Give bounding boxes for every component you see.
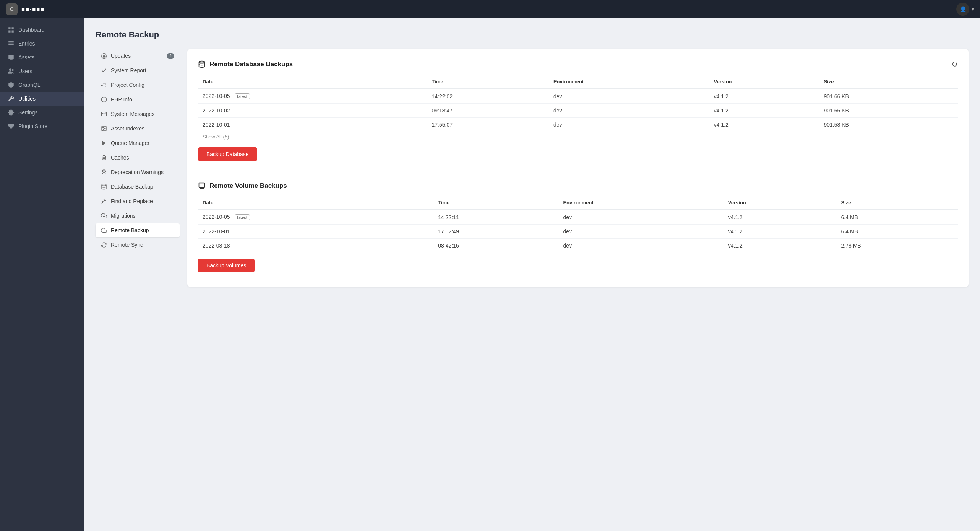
svg-rect-5 (8, 43, 14, 44)
sub-nav-item-remote-backup[interactable]: Remote Backup (96, 223, 180, 237)
sub-nav-label-caches: Caches (111, 155, 129, 161)
vol-row-version: v4.1.2 (724, 225, 837, 239)
vol-row-env: dev (558, 210, 723, 225)
sidebar-item-plugin-store[interactable]: Plugin Store (0, 119, 84, 133)
avatar[interactable]: 👤 (956, 3, 969, 16)
sidebar-item-settings[interactable]: Settings (0, 106, 84, 119)
svg-rect-8 (8, 55, 14, 59)
sidebar-item-graphql[interactable]: GraphQL (0, 78, 84, 92)
svg-rect-1 (12, 27, 14, 29)
logo-box[interactable]: C (6, 3, 18, 15)
svg-point-10 (9, 68, 11, 71)
db-col-version: Version (709, 75, 819, 89)
latest-badge: latest (235, 214, 250, 220)
info-icon (101, 96, 107, 103)
layout: Dashboard Entries Assets Users GraphQL U… (0, 18, 980, 531)
svg-point-11 (12, 69, 14, 71)
table-row: 2022-10-05 latest 14:22:11 dev v4.1.2 6.… (198, 210, 958, 225)
svg-point-13 (103, 55, 105, 57)
sidebar-label-dashboard: Dashboard (18, 27, 45, 33)
sidebar-label-plugin-store: Plugin Store (18, 123, 47, 129)
backup-volumes-button[interactable]: Backup Volumes (198, 259, 255, 272)
sub-nav-item-system-report[interactable]: System Report (96, 64, 180, 77)
sub-nav-label-remote-sync: Remote Sync (111, 242, 143, 248)
svg-rect-3 (12, 31, 14, 33)
sub-nav-label-migrations: Migrations (111, 213, 136, 219)
vol-col-version: Version (724, 196, 837, 210)
utilities-icon (8, 95, 15, 102)
sidebar-item-dashboard[interactable]: Dashboard (0, 23, 84, 37)
db-col-size: Size (819, 75, 958, 89)
db-refresh-icon[interactable]: ↻ (951, 60, 958, 69)
sub-nav-item-updates[interactable]: Updates 2 (96, 49, 180, 63)
sub-nav-item-php-info[interactable]: PHP Info (96, 93, 180, 106)
vol-row-size: 2.78 MB (837, 239, 958, 253)
sub-nav-item-database-backup[interactable]: Database Backup (96, 180, 180, 194)
sidebar-item-assets[interactable]: Assets (0, 50, 84, 64)
section-divider (198, 174, 958, 174)
check-icon (101, 67, 107, 73)
db-row-env: dev (549, 89, 709, 104)
table-row: 2022-10-02 09:18:47 dev v4.1.2 901.66 KB (198, 104, 958, 118)
topbar-right: 👤 ▾ (956, 3, 974, 16)
play-icon (101, 140, 107, 146)
sub-nav-label-find-and-replace: Find and Replace (111, 198, 153, 204)
db-row-version: v4.1.2 (709, 118, 819, 132)
table-row: 2022-10-01 17:55:07 dev v4.1.2 901.58 KB (198, 118, 958, 132)
sub-nav-item-migrations[interactable]: Migrations (96, 209, 180, 223)
sidebar-label-settings: Settings (18, 109, 38, 116)
db-row-env: dev (549, 118, 709, 132)
svg-rect-6 (8, 44, 14, 45)
db-row-env: dev (549, 104, 709, 118)
sub-nav-label-queue-manager: Queue Manager (111, 140, 149, 146)
sub-nav-item-find-and-replace[interactable]: Find and Replace (96, 194, 180, 208)
svg-point-29 (103, 171, 105, 173)
sub-nav-item-deprecation-warnings[interactable]: Deprecation Warnings (96, 165, 180, 179)
sub-nav-label-updates: Updates (111, 53, 131, 59)
db-backups-title: Remote Database Backups (198, 60, 293, 68)
sidebar: Dashboard Entries Assets Users GraphQL U… (0, 18, 84, 531)
brand-name: ■■·■■■ (21, 6, 45, 13)
svg-rect-4 (8, 41, 14, 42)
settings-icon (8, 109, 15, 116)
envelope-icon (101, 111, 107, 117)
vol-row-env: dev (558, 225, 723, 239)
image-icon (101, 125, 107, 132)
vol-row-version: v4.1.2 (724, 239, 837, 253)
latest-badge: latest (235, 93, 250, 99)
logo-letter: C (10, 6, 14, 12)
topbar-left: C ■■·■■■ (6, 3, 45, 15)
sub-nav-item-project-config[interactable]: Project Config (96, 78, 180, 92)
sidebar-item-users[interactable]: Users (0, 64, 84, 78)
assets-icon (8, 54, 15, 61)
db-backups-table: Date Time Environment Version Size 2022-… (198, 75, 958, 132)
wand-icon (101, 198, 107, 204)
sub-nav-label-system-report: System Report (111, 67, 146, 73)
db-col-env: Environment (549, 75, 709, 89)
svg-point-27 (103, 127, 104, 128)
bug-icon (101, 169, 107, 175)
vol-row-time: 08:42:16 (433, 239, 558, 253)
db-col-date: Date (198, 75, 427, 89)
graphql-icon (8, 81, 15, 88)
sub-nav-item-system-messages[interactable]: System Messages (96, 107, 180, 121)
sub-nav-item-remote-sync[interactable]: Remote Sync (96, 238, 180, 252)
sidebar-item-utilities[interactable]: Utilities (0, 92, 84, 106)
db-show-all[interactable]: Show All (5) (198, 132, 234, 145)
topbar: C ■■·■■■ 👤 ▾ (0, 0, 980, 18)
plugin-store-icon (8, 123, 15, 130)
vol-row-date: 2022-10-05 latest (198, 210, 433, 225)
avatar-chevron[interactable]: ▾ (972, 7, 974, 12)
vol-row-version: v4.1.2 (724, 210, 837, 225)
backup-database-button[interactable]: Backup Database (198, 147, 257, 161)
volume-backups-heading: Remote Volume Backups (198, 182, 958, 190)
db-row-date: 2022-10-01 (198, 118, 427, 132)
sidebar-item-entries[interactable]: Entries (0, 37, 84, 50)
svg-rect-9 (10, 59, 13, 60)
sub-nav-item-caches[interactable]: Caches (96, 151, 180, 165)
sliders-icon (101, 82, 107, 88)
sidebar-label-users: Users (18, 68, 32, 74)
sub-nav-item-asset-indexes[interactable]: Asset Indexes (96, 122, 180, 135)
sub-nav-item-queue-manager[interactable]: Queue Manager (96, 136, 180, 150)
sidebar-label-assets: Assets (18, 54, 34, 60)
